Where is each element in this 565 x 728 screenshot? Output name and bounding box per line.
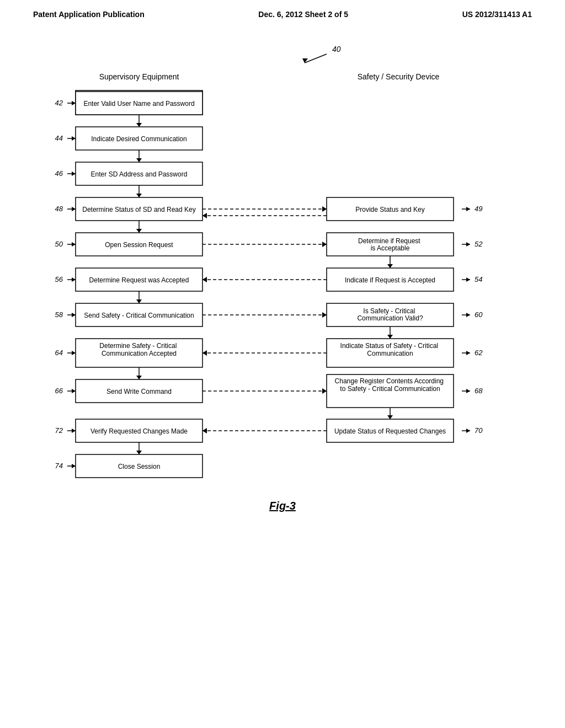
header-left: Patent Application Publication [33, 10, 145, 19]
svg-marker-47 [466, 242, 470, 247]
svg-marker-15 [136, 158, 142, 162]
svg-marker-98 [72, 389, 76, 393]
svg-marker-78 [322, 312, 327, 318]
svg-marker-126 [72, 464, 76, 468]
svg-text:49: 49 [475, 205, 482, 213]
svg-marker-19 [72, 172, 76, 176]
svg-marker-70 [72, 313, 76, 317]
svg-text:60: 60 [475, 311, 483, 319]
svg-marker-122 [136, 451, 142, 454]
svg-text:50: 50 [55, 240, 63, 248]
svg-text:Enter Valid User Name and Pass: Enter Valid User Name and Password [83, 100, 194, 108]
svg-marker-26 [72, 207, 76, 211]
svg-text:56: 56 [55, 275, 63, 283]
svg-text:58: 58 [55, 311, 63, 319]
svg-text:Close Session: Close Session [118, 463, 161, 470]
col-header-right: Safety / Security Device [358, 72, 440, 81]
svg-marker-12 [72, 136, 76, 141]
svg-text:Change Register Contents Accor: Change Register Contents According to Sa… [335, 377, 446, 393]
header-right: US 2012/311413 A1 [462, 10, 532, 19]
svg-marker-117 [72, 429, 76, 433]
svg-marker-66 [136, 299, 142, 303]
svg-text:52: 52 [475, 240, 483, 248]
svg-marker-94 [136, 376, 142, 379]
svg-text:72: 72 [55, 426, 63, 435]
svg-text:Send Safety - Critical Communi: Send Safety - Critical Communication [84, 312, 194, 319]
svg-text:54: 54 [475, 275, 482, 283]
svg-text:Determine Safety - Critical
  : Determine Safety - Critical Communicatio… [99, 342, 178, 357]
svg-marker-34 [322, 206, 327, 212]
svg-text:Indicate Desired Communication: Indicate Desired Communication [91, 135, 186, 143]
svg-text:Update Status of Requested Cha: Update Status of Requested Changes [334, 427, 446, 435]
svg-text:68: 68 [475, 387, 483, 395]
svg-text:Is Safety - Critical
      Com: Is Safety - Critical Communication Valid… [357, 307, 423, 322]
svg-marker-56 [466, 277, 470, 282]
svg-text:Enter SD Address and Password: Enter SD Address and Password [91, 170, 188, 178]
svg-marker-42 [72, 242, 76, 247]
svg-text:Send Write Command: Send Write Command [106, 388, 172, 395]
svg-marker-22 [136, 194, 142, 197]
svg-text:Indicate if Request is Accepte: Indicate if Request is Accepted [345, 276, 435, 284]
diagram-container: 40 Supervisory Equipment Safety / Securi… [0, 30, 565, 681]
svg-marker-103 [466, 389, 470, 393]
col-header-left: Supervisory Equipment [99, 72, 179, 81]
svg-marker-92 [202, 350, 207, 356]
svg-text:Open Session Request: Open Session Request [105, 241, 173, 249]
svg-marker-84 [466, 351, 470, 355]
svg-marker-8 [136, 123, 142, 127]
svg-marker-36 [202, 213, 207, 218]
svg-text:48: 48 [55, 205, 63, 213]
svg-marker-61 [72, 277, 76, 282]
svg-text:74: 74 [55, 462, 63, 470]
svg-marker-31 [466, 207, 470, 211]
svg-text:44: 44 [55, 134, 63, 142]
figure-label: Fig-3 [269, 500, 296, 512]
svg-text:46: 46 [55, 169, 63, 178]
svg-marker-50 [322, 242, 327, 247]
svg-text:Provide Status and Key: Provide Status and Key [355, 206, 424, 213]
svg-text:Determine Request was Accepted: Determine Request was Accepted [89, 276, 189, 284]
svg-text:Verify Requested Changes Made: Verify Requested Changes Made [90, 427, 188, 435]
svg-marker-5 [72, 101, 76, 105]
svg-text:Determine Status of SD and Rea: Determine Status of SD and Read Key [82, 206, 195, 213]
svg-marker-89 [72, 351, 76, 355]
svg-marker-106 [322, 388, 327, 394]
svg-text:42: 42 [55, 99, 63, 107]
svg-marker-52 [387, 264, 393, 268]
svg-marker-80 [387, 335, 393, 339]
fig-ref-number: 40 [332, 45, 341, 53]
svg-marker-112 [466, 429, 470, 433]
svg-text:66: 66 [55, 387, 63, 395]
flow-diagram: 40 Supervisory Equipment Safety / Securi… [34, 30, 531, 681]
svg-text:70: 70 [475, 426, 483, 435]
header-middle: Dec. 6, 2012 Sheet 2 of 5 [258, 10, 348, 19]
svg-marker-108 [387, 415, 393, 419]
svg-marker-75 [466, 313, 470, 317]
svg-text:62: 62 [475, 349, 483, 357]
svg-marker-64 [202, 277, 207, 282]
svg-marker-38 [136, 229, 142, 233]
svg-marker-120 [202, 428, 207, 433]
svg-text:64: 64 [55, 349, 63, 357]
page-header: Patent Application Publication Dec. 6, 2… [0, 0, 565, 19]
